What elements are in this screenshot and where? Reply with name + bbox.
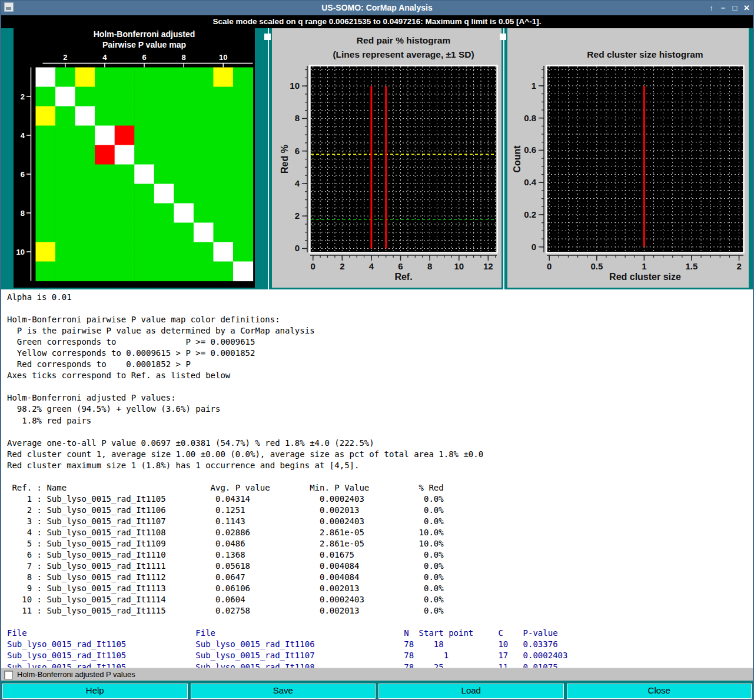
holm-bonferroni-checkbox[interactable] [4, 671, 13, 679]
svg-text:4: 4 [21, 131, 25, 140]
splitter-1-line[interactable] [268, 28, 269, 289]
holm-bonferroni-checkbox-label: Holm-Bonferroni adjusted P values [17, 670, 135, 679]
svg-text:10: 10 [219, 53, 227, 62]
svg-text:2: 2 [340, 261, 344, 271]
svg-text:8: 8 [427, 261, 432, 271]
close-button[interactable]: ✕ [743, 4, 750, 12]
status-bar: Scale mode scaled on q range 0.00621535 … [0, 15, 754, 28]
cormap-analysis-window: US-SOMO: CorMap Analysis ↑ − □ ✕ Scale m… [0, 0, 754, 700]
svg-text:Ref.: Ref. [394, 272, 412, 282]
svg-text:0.8: 0.8 [524, 113, 536, 123]
footer-checkbox-row: Holm-Bonferroni adjusted P values [0, 668, 754, 681]
title-bar: US-SOMO: CorMap Analysis ↑ − □ ✕ [0, 0, 754, 15]
svg-text:1: 1 [642, 261, 646, 271]
svg-text:6: 6 [142, 53, 146, 62]
svg-text:2: 2 [21, 92, 25, 101]
svg-text:2: 2 [63, 53, 67, 62]
shade-button[interactable]: ↑ [708, 4, 715, 12]
svg-text:Red cluster size: Red cluster size [609, 272, 681, 282]
svg-text:0: 0 [532, 242, 536, 252]
svg-text:10: 10 [16, 248, 25, 256]
pvalue-map-canvas: 246810246810 [14, 28, 255, 288]
svg-text:4: 4 [369, 261, 374, 271]
load-button[interactable]: Load [378, 684, 564, 699]
report-text-view[interactable]: Alpha is 0.01 Holm-Bonferroni pairwise P… [0, 289, 754, 668]
splitter-2-handle[interactable] [500, 34, 506, 40]
report-text: Alpha is 0.01 Holm-Bonferroni pairwise P… [1, 289, 754, 616]
svg-text:6: 6 [398, 261, 403, 271]
svg-text:1.5: 1.5 [686, 261, 698, 271]
red-pair-histogram-canvas: 0246810120246810Ref.Red % [272, 28, 501, 288]
svg-text:10: 10 [290, 81, 300, 91]
red-cluster-histogram-canvas: 00.511.5200.20.40.60.81Red cluster sizeC… [507, 28, 749, 288]
pair-table-text: File File N Start point C P-value Sub_ly… [1, 628, 754, 668]
svg-text:0: 0 [311, 261, 315, 271]
minimize-button[interactable]: − [719, 4, 727, 12]
save-button[interactable]: Save [191, 684, 376, 699]
app-icon[interactable] [4, 2, 14, 12]
svg-text:8: 8 [295, 113, 300, 123]
svg-text:6: 6 [295, 146, 300, 156]
window-controls: ↑ − □ ✕ [708, 0, 750, 15]
svg-text:0: 0 [295, 243, 300, 253]
svg-text:0.2: 0.2 [524, 209, 536, 219]
svg-text:Red %: Red % [280, 145, 290, 174]
svg-text:2: 2 [736, 261, 741, 271]
app-icon-glyph [6, 7, 11, 10]
splitter-2-line[interactable] [503, 28, 504, 289]
svg-text:0.6: 0.6 [524, 145, 536, 155]
svg-text:8: 8 [21, 209, 25, 218]
maximize-button[interactable]: □ [731, 4, 739, 12]
svg-text:0.4: 0.4 [524, 177, 537, 187]
close-button-bottom[interactable]: Close [567, 684, 752, 699]
window-title: US-SOMO: CorMap Analysis [0, 3, 754, 12]
svg-text:Count: Count [512, 145, 522, 173]
svg-text:1: 1 [532, 81, 536, 91]
svg-text:8: 8 [182, 53, 186, 62]
svg-text:4: 4 [295, 178, 300, 188]
help-button[interactable]: Help [2, 684, 188, 699]
red-pair-histogram-panel: 0246810120246810Ref.Red % Red pair % his… [272, 28, 501, 288]
svg-text:12: 12 [483, 261, 493, 271]
plots-region: 246810246810 Holm-Bonferroni adjusted Pa… [0, 28, 754, 289]
svg-text:10: 10 [454, 261, 464, 271]
pvalue-map-panel: 246810246810 Holm-Bonferroni adjusted Pa… [14, 28, 255, 288]
splitter-1-handle[interactable] [264, 34, 271, 40]
red-cluster-histogram-panel: 00.511.5200.20.40.60.81Red cluster sizeC… [507, 28, 749, 288]
svg-text:0: 0 [547, 261, 552, 271]
svg-text:0.5: 0.5 [590, 261, 603, 271]
svg-text:2: 2 [295, 211, 300, 221]
svg-text:6: 6 [21, 170, 25, 179]
button-bar: Help Save Load Close [0, 681, 754, 700]
svg-text:4: 4 [102, 53, 107, 62]
